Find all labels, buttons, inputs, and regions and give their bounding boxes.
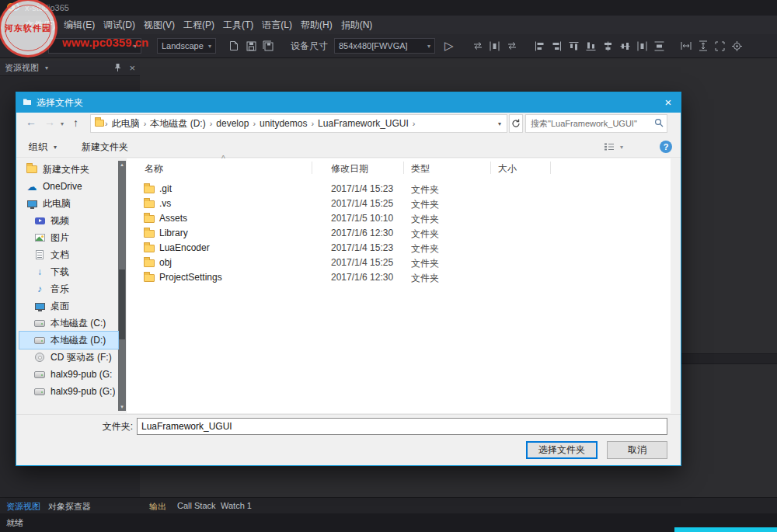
nav-item-halx99-g-2[interactable]: halx99-pub (G:) [19, 383, 118, 400]
chevron-down-icon[interactable]: ▾ [45, 64, 48, 71]
breadcrumb-item-disk-d[interactable]: 本地磁盘 (D:) [147, 117, 208, 130]
breadcrumb-item-develop[interactable]: develop [213, 118, 252, 129]
column-divider[interactable] [490, 162, 491, 174]
up-button[interactable]: ↑ [73, 116, 78, 129]
history-chevron-icon[interactable]: ▾ [61, 120, 64, 127]
column-header-type[interactable]: 类型 [411, 162, 430, 176]
send-backward-icon[interactable] [486, 37, 503, 54]
column-header-name[interactable]: 名称 [145, 162, 163, 176]
organize-menu[interactable]: 组织 ▾ [29, 141, 57, 154]
file-row[interactable]: Assets2017/1/5 10:10文件夹 [127, 211, 671, 226]
column-header-size[interactable]: 大小 [498, 162, 517, 176]
view-mode-button[interactable]: ▾ [604, 142, 623, 151]
align-bottom-icon[interactable] [583, 37, 600, 54]
file-row[interactable]: .git2017/1/4 15:23文件夹 [127, 182, 671, 196]
swap-icon[interactable] [503, 37, 521, 54]
tab-watch[interactable]: Watch 1 [221, 501, 252, 510]
bring-forward-icon[interactable] [469, 37, 486, 54]
distribute-v-icon[interactable] [651, 37, 668, 54]
fullscreen-icon[interactable] [712, 37, 729, 54]
align-v-center-icon[interactable] [617, 37, 634, 54]
folder-icon [144, 274, 155, 282]
column-divider[interactable] [312, 162, 312, 174]
device-size-combo[interactable]: 854x480[FWVGA] ▾ [334, 38, 435, 54]
align-top-icon[interactable] [566, 37, 583, 54]
align-right-icon[interactable] [549, 37, 566, 54]
file-row[interactable]: obj2017/1/4 15:25文件夹 [127, 256, 671, 270]
nav-item-pictures[interactable]: 图片 [19, 229, 118, 246]
cancel-button[interactable]: 取消 [607, 441, 667, 459]
tab-object-explorer[interactable]: 对象探查器 [48, 501, 91, 513]
help-icon: ? [664, 142, 669, 151]
target-icon[interactable] [729, 37, 746, 54]
distribute-h-icon[interactable] [634, 37, 651, 54]
run-button[interactable]: ▷ [444, 39, 454, 53]
tab-output[interactable]: 输出 [149, 501, 166, 513]
select-folder-button[interactable]: 选择文件夹 [526, 441, 598, 459]
scroll-up-icon[interactable]: ▴ [118, 161, 126, 169]
file-row[interactable]: ProjectSettings2017/1/6 12:30文件夹 [127, 270, 671, 285]
fit-width-icon[interactable] [678, 37, 695, 54]
menu-item-project[interactable]: 工程(P) [182, 19, 216, 32]
tab-resource-view[interactable]: 资源视图 [6, 501, 40, 513]
menu-item-help[interactable]: 帮助(H) [299, 19, 334, 32]
scroll-down-icon[interactable]: ▾ [118, 403, 126, 411]
help-button[interactable]: ? [660, 141, 672, 153]
close-icon[interactable]: × [129, 62, 135, 74]
close-icon[interactable]: × [656, 92, 681, 113]
nav-pane-scrollbar[interactable]: ▴ ▾ [118, 161, 126, 411]
breadcrumb-dropdown-icon[interactable]: ▾ [493, 120, 507, 127]
column-divider[interactable] [550, 162, 551, 174]
menu-item-view[interactable]: 视图(V) [142, 19, 176, 32]
breadcrumb-item-luaframework[interactable]: LuaFramework_UGUI [315, 118, 412, 129]
nav-item-desktop[interactable]: 桌面 [19, 297, 118, 315]
folder-icon [95, 118, 104, 129]
nav-item-downloads[interactable]: ↓下载 [19, 263, 118, 280]
forward-button[interactable]: → [44, 116, 55, 128]
new-file-icon[interactable] [225, 37, 242, 54]
search-input[interactable] [529, 118, 654, 129]
cd-icon [33, 353, 46, 362]
breadcrumb[interactable]: › 此电脑 › 本地磁盘 (D:) › develop › unitydemos… [90, 114, 507, 133]
nav-item-music[interactable]: ♪音乐 [19, 280, 118, 297]
nav-item-disk-c[interactable]: 本地磁盘 (C:) [19, 315, 118, 332]
nav-item-videos[interactable]: 视频 [19, 212, 118, 229]
tab-call-stack[interactable]: Call Stack [177, 501, 216, 510]
menu-item-language[interactable]: 语言(L) [260, 19, 294, 32]
breadcrumb-item-unitydemos[interactable]: unitydemos [256, 118, 310, 129]
menu-item-donate[interactable]: 捐助(N) [340, 19, 375, 32]
align-h-center-icon[interactable] [600, 37, 617, 54]
folder-icon [144, 245, 155, 252]
column-divider[interactable] [403, 162, 404, 174]
orientation-combo[interactable]: Landscape ▾ [157, 38, 216, 54]
save-all-icon[interactable] [260, 37, 277, 54]
align-left-icon[interactable] [531, 37, 549, 54]
nav-item-new-folder[interactable]: 新建文件夹 [19, 161, 118, 178]
menu-item-debug[interactable]: 调试(D) [102, 19, 137, 32]
breadcrumb-item-this-pc[interactable]: 此电脑 [109, 117, 143, 130]
dialog-titlebar[interactable]: 选择文件夹 × [16, 92, 681, 113]
column-header-date[interactable]: 修改日期 [331, 162, 368, 176]
file-row[interactable]: LuaEncoder2017/1/4 15:23文件夹 [127, 241, 671, 256]
menu-item-edit[interactable]: 编辑(E) [62, 19, 96, 32]
nav-item-halx99-g-1[interactable]: halx99-pub (G: [19, 366, 118, 383]
nav-item-this-pc[interactable]: 此电脑 [19, 195, 118, 212]
back-button[interactable]: ← [26, 116, 37, 128]
fit-height-icon[interactable] [695, 37, 712, 54]
refresh-button[interactable] [509, 114, 523, 133]
file-row[interactable]: .vs2017/1/4 15:25文件夹 [127, 196, 671, 211]
search-box[interactable] [525, 114, 667, 133]
nav-item-documents[interactable]: 文档 [19, 246, 118, 263]
scrollbar-thumb[interactable] [119, 269, 125, 339]
pin-icon[interactable] [114, 61, 121, 75]
nav-item-cd-f[interactable]: CD 驱动器 (F:) [19, 349, 118, 366]
nav-item-onedrive[interactable]: ☁OneDrive [19, 178, 118, 195]
menu-item-tools[interactable]: 工具(T) [221, 19, 255, 32]
new-folder-button[interactable]: 新建文件夹 [82, 141, 128, 154]
folder-name-input[interactable] [137, 418, 667, 435]
save-icon[interactable] [242, 37, 260, 54]
screen: x-studio365 文件(F) 编辑(E) 调试(D) 视图(V) 工程(P… [0, 0, 777, 532]
nav-item-disk-d[interactable]: 本地磁盘 (D:) [19, 332, 118, 349]
file-rows: .git2017/1/4 15:23文件夹 .vs2017/1/4 15:25文… [127, 182, 671, 285]
file-row[interactable]: Library2017/1/6 12:30文件夹 [127, 226, 671, 241]
